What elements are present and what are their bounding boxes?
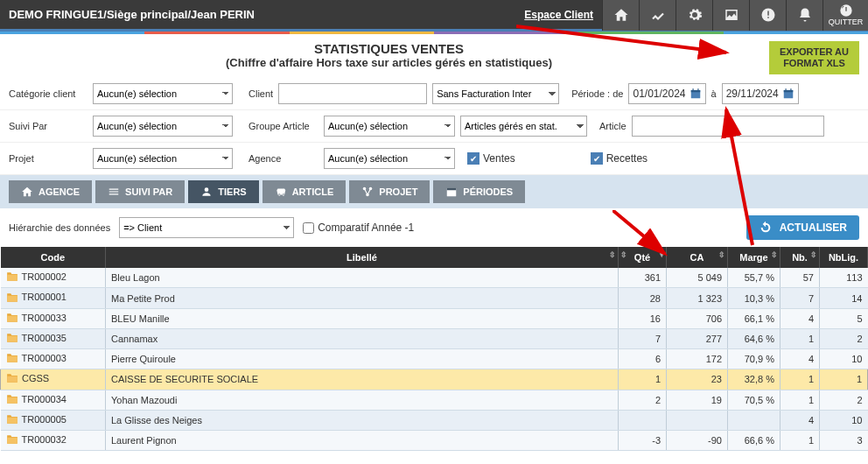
dimension-tabs: AGENCE SUIVI PAR TIERS ARTICLE PROJET PÉ… — [0, 175, 868, 208]
image-icon[interactable] — [712, 0, 749, 31]
ventes-checkbox[interactable]: ✔Ventes — [467, 152, 515, 165]
table-row[interactable]: TR000032Laurent Pignon-3-9066,6 %13 — [1, 431, 868, 451]
folder-icon — [6, 434, 18, 446]
groupe-article-select[interactable]: Aucun(e) sélection — [324, 116, 455, 137]
facturation-select[interactable]: Sans Facturation Inter — [432, 83, 559, 104]
suivi-par-select[interactable]: Aucun(e) sélection — [93, 116, 233, 137]
table-row[interactable]: TR000034Yohan Mazoudi21970,5 %12 — [1, 390, 868, 410]
client-input[interactable] — [278, 83, 427, 104]
comparatif-checkbox[interactable]: Comparatif Année -1 — [303, 221, 414, 234]
article-label: Article — [599, 121, 626, 131]
quit-label: QUITTER — [829, 18, 864, 26]
th-nblig[interactable]: NbLig. — [820, 247, 868, 268]
page-title: STATISTIQUES VENTES — [9, 41, 769, 56]
svg-rect-8 — [783, 90, 793, 92]
folder-icon — [6, 313, 18, 325]
folder-icon — [6, 353, 18, 365]
tab-tiers[interactable]: TIERS — [188, 180, 258, 203]
projet-label: Projet — [9, 153, 88, 164]
suivi-par-label: Suivi Par — [9, 121, 88, 131]
gestion-stat-select[interactable]: Articles gérés en stat. — [460, 116, 587, 137]
home-icon[interactable] — [602, 0, 639, 31]
groupe-article-label: Groupe Article — [248, 121, 318, 131]
espace-client-link[interactable]: Espace Client — [524, 9, 593, 21]
table-row[interactable]: TR000003Pierre Quiroule617270,9 %410 — [1, 348, 868, 369]
date-from-input[interactable]: 01/01/2024 — [628, 83, 705, 104]
chart-icon[interactable] — [639, 0, 676, 31]
client-label: Client — [248, 88, 273, 99]
table-row[interactable]: TR000001Ma Petite Prod281 32310,3 %714 — [1, 288, 868, 308]
tab-suivi-par[interactable]: SUIVI PAR — [95, 180, 185, 203]
calendar-icon — [690, 88, 702, 100]
table-row[interactable]: TR000033BLEU Manille1670666,1 %45 — [1, 308, 868, 328]
th-qte[interactable]: ⇳Qté▾ — [619, 247, 667, 268]
topbar: DEMO FRINGUE1/Siège principal/Jean PERIN… — [0, 0, 868, 32]
hierarchy-label: Hiérarchie des données — [9, 222, 110, 233]
table-row[interactable]: TR000005La Glisse des Neiges410 — [1, 410, 868, 430]
folder-icon — [6, 292, 18, 305]
agence-select[interactable]: Aucun(e) sélection — [324, 148, 455, 169]
page-subtitle: (Chiffre d'affaire Hors taxe sur article… — [9, 56, 769, 69]
table-row[interactable]: CGSSCAISSE DE SECURITE SOCIALE12332,8 %1… — [1, 369, 868, 390]
folder-icon — [6, 373, 18, 385]
svg-rect-2 — [767, 17, 769, 18]
gear-icon[interactable] — [676, 0, 712, 31]
topbar-icons: QUITTER — [602, 0, 868, 31]
folder-icon — [6, 271, 18, 284]
svg-rect-6 — [697, 89, 698, 92]
svg-point-11 — [205, 188, 209, 193]
article-input[interactable] — [632, 116, 824, 137]
folder-icon — [6, 333, 18, 345]
th-nb[interactable]: Nb.⇳ — [780, 247, 820, 268]
th-libelle[interactable]: Libellé⇳ — [106, 247, 619, 268]
hierarchy-select[interactable]: => Client — [119, 217, 294, 238]
th-code[interactable]: Code — [1, 247, 106, 268]
tab-article[interactable]: ARTICLE — [262, 180, 346, 203]
svg-rect-1 — [767, 11, 769, 15]
categorie-client-select[interactable]: Aucun(e) sélection — [93, 83, 233, 104]
quit-button[interactable]: QUITTER — [822, 0, 868, 31]
results-table: Code Libellé⇳ ⇳Qté▾ CA⇳ Marge⇳ Nb.⇳ NbLi… — [0, 247, 868, 451]
folder-icon — [6, 414, 18, 426]
svg-rect-4 — [690, 90, 700, 92]
tab-periodes[interactable]: PÉRIODES — [433, 180, 525, 203]
filter-row-1: Catégorie client Aucun(e) sélection Clie… — [0, 78, 868, 110]
categorie-client-label: Catégorie client — [9, 88, 88, 99]
svg-rect-5 — [692, 89, 693, 92]
tab-agence[interactable]: AGENCE — [9, 180, 92, 203]
svg-rect-10 — [790, 89, 791, 92]
recettes-checkbox[interactable]: ✔Recettes — [591, 152, 648, 165]
svg-rect-9 — [785, 89, 786, 92]
folder-icon — [6, 394, 18, 406]
th-marge[interactable]: Marge⇳ — [728, 247, 780, 268]
hierarchy-row: Hiérarchie des données => Client Compara… — [0, 208, 868, 247]
periode-label: Période : de — [571, 88, 623, 99]
actualiser-button[interactable]: ACTUALISER — [746, 215, 859, 240]
projet-select[interactable]: Aucun(e) sélection — [93, 148, 233, 169]
table-row[interactable]: TR000002Bleu Lagon3615 04955,7 %57113 — [1, 268, 868, 288]
page-header: STATISTIQUES VENTES (Chiffre d'affaire H… — [0, 34, 868, 78]
filter-row-2: Suivi Par Aucun(e) sélection Groupe Arti… — [0, 110, 868, 143]
breadcrumb: DEMO FRINGUE1/Siège principal/Jean PERIN — [0, 8, 255, 21]
alert-icon[interactable] — [749, 0, 786, 31]
bell-icon[interactable] — [786, 0, 822, 31]
tab-projet[interactable]: PROJET — [349, 180, 430, 203]
svg-rect-16 — [447, 188, 457, 190]
filter-row-3: Projet Aucun(e) sélection Agence Aucun(e… — [0, 143, 868, 175]
table-row[interactable]: TR000035Cannamax727764,6 %12 — [1, 328, 868, 348]
date-to-input[interactable]: 29/11/2024 — [722, 83, 799, 104]
th-ca[interactable]: CA⇳ — [667, 247, 728, 268]
agence-label: Agence — [248, 153, 318, 164]
export-xls-button[interactable]: EXPORTER AU FORMAT XLS — [769, 41, 859, 74]
a-label: à — [711, 88, 717, 99]
calendar-icon — [782, 88, 794, 100]
